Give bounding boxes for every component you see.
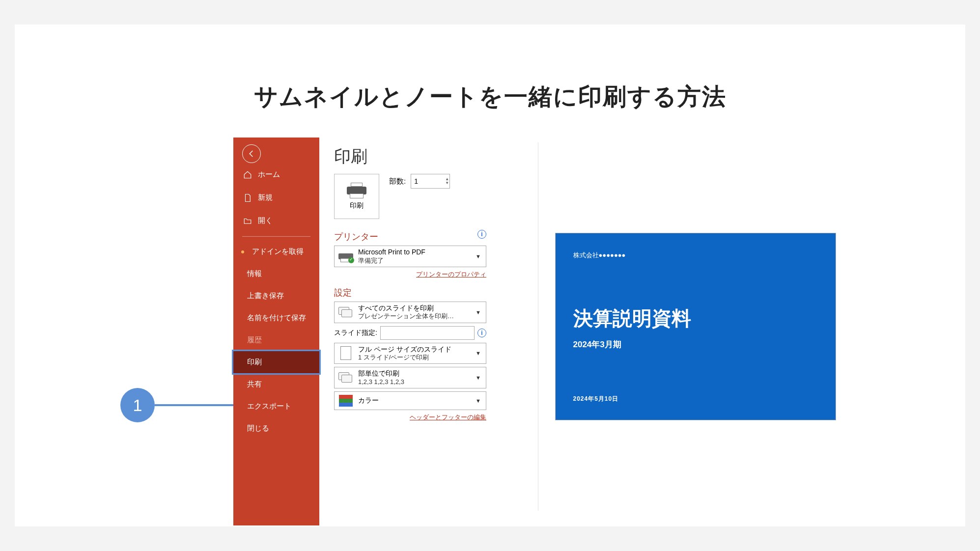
collate-dropdown[interactable]: 部単位で印刷 1,2,3 1,2,3 1,2,3 ▼ bbox=[334, 367, 486, 388]
sidebar-label: 新規 bbox=[258, 193, 273, 202]
sidebar-item-home[interactable]: ホーム bbox=[233, 163, 319, 186]
sidebar-label: 印刷 bbox=[247, 358, 262, 367]
slide-company: 株式会社●●●●●●● bbox=[573, 251, 818, 260]
print-range-line1: すべてのスライドを印刷 bbox=[358, 304, 474, 313]
color-dropdown[interactable]: カラー ▼ bbox=[334, 391, 486, 410]
copies-label: 部数: bbox=[389, 177, 406, 186]
sidebar-label: 情報 bbox=[247, 269, 262, 278]
print-range-dropdown[interactable]: すべてのスライドを印刷 プレゼンテーション全体を印刷… ▼ bbox=[334, 302, 486, 323]
callout-number-badge: 1 bbox=[120, 388, 155, 422]
info-icon[interactable]: i bbox=[477, 230, 486, 239]
slide-period: 2024年3月期 bbox=[573, 339, 818, 350]
sidebar-label: 履歴 bbox=[247, 335, 262, 345]
sidebar-item-export[interactable]: エクスポート bbox=[233, 395, 319, 417]
document-canvas: サムネイルとノートを一緒に印刷する方法 1 ホーム 新規 開く bbox=[15, 25, 965, 526]
sidebar-item-close[interactable]: 閉じる bbox=[233, 417, 319, 440]
chevron-down-icon: ▼ bbox=[474, 350, 483, 356]
print-preview-pane: 株式会社●●●●●●● 決算説明資料 2024年3月期 2024年5月10日 bbox=[538, 142, 852, 511]
slide-spec-label: スライド指定: bbox=[334, 329, 377, 337]
color-label: カラー bbox=[358, 396, 474, 405]
printer-properties-link[interactable]: プリンターのプロパティ bbox=[334, 270, 486, 279]
printer-icon bbox=[347, 183, 366, 198]
sidebar-item-new[interactable]: 新規 bbox=[233, 186, 319, 209]
chevron-down-icon: ▼ bbox=[474, 309, 483, 315]
arrow-left-icon bbox=[247, 149, 256, 158]
slide-preview: 株式会社●●●●●●● 決算説明資料 2024年3月期 2024年5月10日 bbox=[556, 233, 836, 420]
collate-icon bbox=[337, 371, 354, 385]
color-swatch-icon bbox=[337, 394, 354, 408]
slide-title: 決算説明資料 bbox=[573, 305, 818, 332]
slide-spec-input[interactable] bbox=[380, 326, 475, 340]
chevron-down-icon: ▼ bbox=[474, 375, 483, 381]
folder-open-icon bbox=[243, 217, 252, 225]
info-icon[interactable]: i bbox=[477, 329, 486, 337]
sidebar-label: 閉じる bbox=[247, 424, 269, 433]
chevron-down-icon: ▼ bbox=[474, 398, 483, 404]
header-footer-link[interactable]: ヘッダーとフッターの編集 bbox=[334, 413, 486, 422]
sidebar-item-open[interactable]: 開く bbox=[233, 209, 319, 232]
chevron-down-icon: ▼ bbox=[474, 253, 483, 259]
file-icon bbox=[243, 193, 252, 202]
callout-connector bbox=[155, 404, 236, 406]
backstage-sidebar: ホーム 新規 開く アドインを取得 情報 上書き保存 名前を付けて保存 bbox=[233, 138, 319, 525]
sidebar-label: ホーム bbox=[258, 170, 280, 179]
print-button-label: 印刷 bbox=[350, 201, 364, 210]
callout-1: 1 bbox=[120, 388, 236, 422]
sidebar-item-info[interactable]: 情報 bbox=[233, 263, 319, 285]
layout-line2: 1 スライド/ページで印刷 bbox=[358, 354, 474, 361]
printer-dropdown[interactable]: Microsoft Print to PDF 準備完了 ▼ bbox=[334, 246, 486, 267]
sidebar-label: 共有 bbox=[247, 380, 262, 389]
sidebar-item-print[interactable]: 印刷 bbox=[233, 351, 319, 373]
page-title: サムネイルとノートを一緒に印刷する方法 bbox=[15, 81, 965, 112]
printer-ready-icon bbox=[337, 249, 354, 263]
collate-line1: 部単位で印刷 bbox=[358, 369, 474, 378]
layout-dropdown[interactable]: フル ページ サイズのスライド 1 スライド/ページで印刷 ▼ bbox=[334, 343, 486, 364]
powerpoint-backstage: ホーム 新規 開く アドインを取得 情報 上書き保存 名前を付けて保存 bbox=[233, 138, 857, 525]
sidebar-label: 名前を付けて保存 bbox=[247, 313, 306, 323]
sidebar-item-saveas[interactable]: 名前を付けて保存 bbox=[233, 307, 319, 329]
slide-date: 2024年5月10日 bbox=[573, 395, 619, 403]
printer-section-header: プリンター bbox=[334, 231, 378, 243]
print-button[interactable]: 印刷 bbox=[334, 174, 379, 219]
sidebar-label: 上書き保存 bbox=[247, 291, 284, 301]
collate-line2: 1,2,3 1,2,3 1,2,3 bbox=[358, 378, 474, 386]
home-icon bbox=[243, 170, 252, 179]
copies-control: 部数: ▲ ▼ bbox=[389, 174, 449, 189]
slides-stack-icon bbox=[337, 305, 354, 319]
print-range-line2: プレゼンテーション全体を印刷… bbox=[358, 312, 474, 320]
printer-name: Microsoft Print to PDF bbox=[358, 248, 474, 257]
sidebar-label: アドインを取得 bbox=[252, 247, 304, 256]
sidebar-item-history[interactable]: 履歴 bbox=[233, 329, 319, 351]
print-panel: 印刷 印刷 部数: ▲ ▼ プリンター bbox=[319, 138, 857, 525]
copies-spinner[interactable]: ▲ ▼ bbox=[445, 177, 449, 185]
sidebar-item-addin[interactable]: アドインを取得 bbox=[233, 241, 319, 263]
sidebar-label: 開く bbox=[258, 216, 273, 225]
printer-status: 準備完了 bbox=[358, 257, 474, 265]
layout-line1: フル ページ サイズのスライド bbox=[358, 345, 474, 354]
page-icon bbox=[337, 346, 354, 360]
sidebar-label: エクスポート bbox=[247, 402, 291, 411]
copies-input[interactable] bbox=[411, 174, 450, 189]
back-button[interactable] bbox=[242, 144, 261, 163]
sidebar-item-share[interactable]: 共有 bbox=[233, 373, 319, 395]
chevron-down-icon[interactable]: ▼ bbox=[445, 181, 449, 185]
sidebar-item-save[interactable]: 上書き保存 bbox=[233, 285, 319, 307]
sidebar-divider bbox=[242, 236, 310, 237]
